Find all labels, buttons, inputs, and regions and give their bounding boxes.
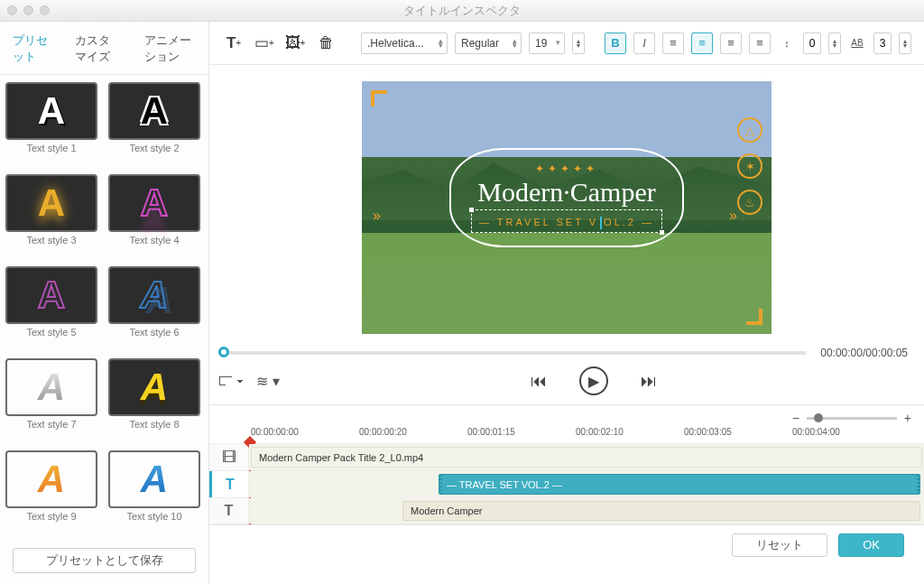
arrow-left-icon: » [373,208,375,224]
align-right-button[interactable]: ≡ [720,32,742,54]
add-image-icon[interactable]: 🖼+ [283,32,307,55]
tree-icons: ✦✦✦✦✦ [535,162,598,175]
save-preset-button[interactable]: プリセットとして保存 [13,548,196,573]
badge-mountain-icon: ✶ [737,153,762,179]
skip-forward-button[interactable]: ⏭ [641,372,657,391]
preview-scrubber[interactable] [218,351,806,355]
arrow-right-icon: » [729,208,732,224]
preset-item[interactable]: AText style 3 [5,174,97,263]
font-select[interactable]: .Helvetica...▴▾ [361,32,448,54]
window-titlebar: タイトルインスペクタ [0,0,924,22]
reset-button[interactable]: リセット [732,533,827,557]
line-height-input[interactable] [803,32,821,54]
zoom-in-button[interactable]: + [904,411,911,425]
text-track-icon[interactable]: T [209,498,249,524]
font-weight-select[interactable]: Regular▴▾ [455,32,522,54]
preset-item[interactable]: AText style 1 [5,82,97,171]
preset-item[interactable]: AText style 5 [5,266,97,355]
zoom-icon[interactable] [40,5,50,15]
font-size-select[interactable]: 19▾ [529,32,565,54]
subtitle-text[interactable]: — TRAVEL SET VOL.2 — [479,217,654,227]
char-spacing-stepper[interactable]: ▴▾ [899,32,911,54]
skip-back-button[interactable]: ⏮ [531,372,547,391]
video-clip[interactable]: Modern Camper Pack Title 2_L0.mp4 [251,447,922,468]
tab-animation[interactable]: アニメーション [132,22,208,74]
bold-button[interactable]: B [605,32,626,54]
text-clip-selected[interactable]: — TRAVEL SET VOL.2 — [439,474,920,495]
align-left-button[interactable]: ≡ [662,32,684,54]
zoom-out-button[interactable]: − [792,411,799,425]
video-track-icon[interactable]: 🎞 [209,444,249,470]
italic-button[interactable]: I [633,32,655,54]
line-height-icon: ↕ [778,32,796,54]
badge-tent-icon: △ [737,117,762,143]
preset-item[interactable]: AText style 10 [108,450,200,539]
preset-item[interactable]: AText style 9 [5,450,97,539]
scrubber-knob[interactable] [218,347,229,357]
delete-icon[interactable]: 🗑 [314,32,337,55]
selected-text-box[interactable]: — TRAVEL SET VOL.2 — [471,209,662,233]
align-tool-icon[interactable]: ⫍ ▾ [218,373,244,390]
add-shape-icon[interactable]: ▭+ [253,32,276,55]
footer: リセット OK [209,524,924,564]
char-spacing-icon: AB [848,32,866,54]
close-icon[interactable] [7,5,17,15]
text-track-icon[interactable]: T [209,471,249,497]
ok-button[interactable]: OK [838,533,904,557]
tab-presets[interactable]: プリセット [0,22,62,74]
preset-item[interactable]: AText style 8 [108,358,200,447]
tab-customize[interactable]: カスタマイズ [62,22,132,74]
font-size-stepper[interactable]: ▴▾ [572,32,585,54]
traffic-lights [7,5,50,15]
sidebar: プリセット カスタマイズ アニメーション AText style 1 AText… [0,22,209,584]
char-spacing-input[interactable] [873,32,892,54]
add-text-icon[interactable]: T+ [222,32,245,55]
preset-item[interactable]: AText style 2 [108,82,200,171]
preview-canvas[interactable]: » » △ ✶ ♨ ✦✦✦✦✦ Modern·Camper — TRAVEL S… [362,81,772,334]
zoom-slider[interactable] [807,417,897,420]
safe-corner-icon [746,309,762,325]
sidebar-tabs: プリセット カスタマイズ アニメーション [0,22,208,75]
safe-corner-icon [371,90,387,107]
preset-item[interactable]: AText style 6 [108,266,200,355]
text-clip[interactable]: Modern Camper [402,501,920,521]
preview-area: » » △ ✶ ♨ ✦✦✦✦✦ Modern·Camper — TRAVEL S… [209,65,924,339]
line-height-stepper[interactable]: ▴▾ [828,32,841,54]
preset-grid: AText style 1 AText style 2 AText style … [0,75,208,539]
timeline: − + 00:00:00:00 00:00:00:20 00:00:01:15 … [209,404,924,524]
preset-item[interactable]: AText style 7 [5,358,97,447]
timecode-label: 00:00:00/00:00:05 [820,347,908,359]
badge-fire-icon: ♨ [737,190,762,215]
align-center-button[interactable]: ≡ [691,32,713,54]
title-badge[interactable]: ✦✦✦✦✦ Modern·Camper — TRAVEL SET VOL.2 — [449,148,684,247]
minimize-icon[interactable] [23,5,33,15]
timeline-ruler[interactable]: 00:00:00:00 00:00:00:20 00:00:01:15 00:0… [209,427,924,443]
layer-tool-icon[interactable]: ≋ ▾ [256,373,279,390]
preset-item[interactable]: AText style 4 [108,174,200,263]
align-justify-button[interactable]: ≡ [749,32,771,54]
window-title: タイトルインスペクタ [0,3,924,19]
main-title-text[interactable]: Modern·Camper [477,177,655,208]
text-toolbar: T+ ▭+ 🖼+ 🗑 .Helvetica...▴▾ Regular▴▾ 19▾… [209,22,924,65]
play-button[interactable]: ▶ [579,366,608,395]
